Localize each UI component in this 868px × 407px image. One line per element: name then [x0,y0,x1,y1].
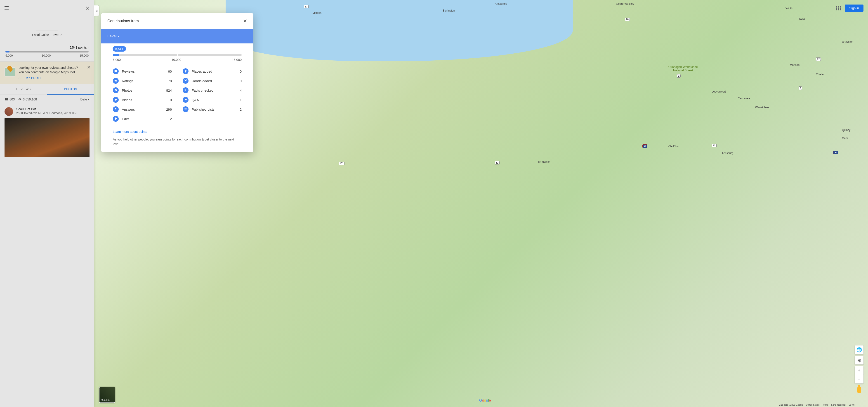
map-label: Mt Rainier [538,160,551,163]
pegman-button[interactable] [855,385,864,394]
road-icon [183,78,188,84]
route-shield: 101 [339,162,345,165]
route-shield: 97 [712,144,717,147]
map-label: Ellensburg [720,152,733,155]
close-sidebar-button[interactable]: ✕ [86,5,90,11]
video-icon [113,97,119,103]
mini-progress-bar [5,51,89,53]
map-label: Anacortes [495,2,507,5]
view-count: 3,659,108 [23,97,37,101]
map-label: Victoria [312,11,321,14]
stat-facts: Facts checked4 [183,86,242,95]
google-logo: Google [479,399,491,403]
stat-ratings: Ratings78 [113,76,172,86]
stat-photos: Photos824 [113,86,172,95]
map-label: Brewster [842,40,852,43]
photo-thumbnail[interactable] [4,118,90,157]
stat-published: Published Lists2 [183,105,242,114]
banner-text: Looking for your own reviews and photos?… [19,66,78,75]
map-label: Okanogan-WenatcheeNational Forest [669,65,698,72]
place-address: 2560 152nd Ave NE # N, Redmond, WA 98052 [16,111,77,115]
map-label: Cashmere [738,97,750,100]
flag-icon [183,87,188,93]
map-label: Cle Elum [669,145,680,148]
chat-icon [113,106,119,112]
edit-pin-icon [113,116,119,122]
svg-point-0 [20,99,20,99]
points-link[interactable]: 5,541 points [0,46,94,51]
map-label: Burlington [442,9,455,12]
tab-photos[interactable]: PHOTOS [47,84,94,94]
satellite-toggle[interactable]: Satellite [99,387,115,403]
menu-button[interactable] [4,5,10,11]
svg-point-1 [115,90,116,91]
zoom-out-button[interactable]: − [855,375,864,383]
stat-answers: Answers296 [113,105,172,114]
map-label: Wenatchee [755,106,769,109]
photo-card[interactable]: Seoul Hot Pot 2560 152nd Ave NE # N, Red… [0,104,94,160]
level-banner: Level 7 [101,29,253,43]
map-label: Geor [842,137,848,140]
route-shield: 17 [304,5,309,8]
map-label: Winth [785,7,793,10]
close-banner-button[interactable]: ✕ [87,65,91,70]
sign-in-button[interactable]: Sign in [845,4,864,12]
stats-bar: 803 3,659,108 Date ▾ [0,95,94,104]
sidebar-panel: ✕ Local Guide · Level 7 5,541 points 5,0… [0,0,94,407]
modal-title: Contributions from [107,19,139,23]
learn-more-link[interactable]: Learn more about points [113,130,242,134]
tabs: REVIEWS PHOTOS [0,84,94,95]
map-data-text: Map data ©2020 Google [778,404,803,406]
collapse-sidebar-button[interactable]: ◂ [94,5,99,16]
local-guide-icon [4,66,16,77]
map-label: Quincy [842,128,850,132]
review-icon [113,68,119,74]
progress-bar: 5,541 5,000 10,000 15,000 [113,54,242,61]
camera-icon [113,87,119,93]
scale-text: 20 mi [849,404,855,406]
camera-icon [4,97,8,101]
stat-videos: Videos0 [113,95,172,105]
list-icon [183,106,188,112]
map-footer: Map data ©2020 Google United States Term… [778,404,855,406]
interstate-shield: 90 [833,151,838,154]
points-bubble: 5,541 [113,46,126,52]
route-shield: 2 [799,86,802,90]
map-label: Chelan [816,73,825,76]
photo-more-button[interactable]: ⋮ [84,120,88,125]
zoom-in-button[interactable]: + [855,366,864,375]
terms-link[interactable]: Terms [822,404,829,406]
date-dropdown[interactable]: Date ▾ [81,97,90,101]
contributions-modal: Contributions from ✕ Level 7 5,541 5,000… [101,13,253,152]
layers-button[interactable]: 🌐 [855,346,864,354]
route-shield: 12 [495,161,500,165]
close-modal-button[interactable]: ✕ [243,18,247,24]
map-label: Twisp [799,17,806,20]
progress-labels: 5,000 10,000 15,000 [0,53,94,61]
tab-reviews[interactable]: REVIEWS [0,84,47,94]
profile-avatar[interactable] [36,9,58,31]
profile-banner: Looking for your own reviews and photos?… [0,61,94,84]
help-text: As you help other people, you earn point… [113,137,242,147]
level-text: Local Guide · Level 7 [4,33,90,37]
stat-roads: Roads added0 [183,76,242,86]
pin-icon [183,68,188,74]
map-label: Leavenworth [712,90,727,93]
route-shield: 20 [625,18,630,21]
eye-icon [18,98,22,101]
question-icon [183,97,188,103]
route-shield: 97 [816,57,821,61]
see-profile-link[interactable]: SEE MY PROFILE [19,76,44,80]
route-shield: 2 [677,74,681,78]
place-avatar [4,107,13,116]
stat-qa: Q&A1 [183,95,242,105]
country-link[interactable]: United States [806,404,819,406]
stat-edits: Edits2 [113,114,172,123]
photo-count: 803 [9,97,15,101]
my-location-button[interactable]: ◉ [855,356,864,365]
stat-reviews: Reviews60 [113,66,172,76]
star-icon [113,78,119,84]
google-apps-button[interactable] [836,6,841,11]
interstate-shield: 90 [643,144,647,148]
feedback-link[interactable]: Send feedback [831,404,846,406]
